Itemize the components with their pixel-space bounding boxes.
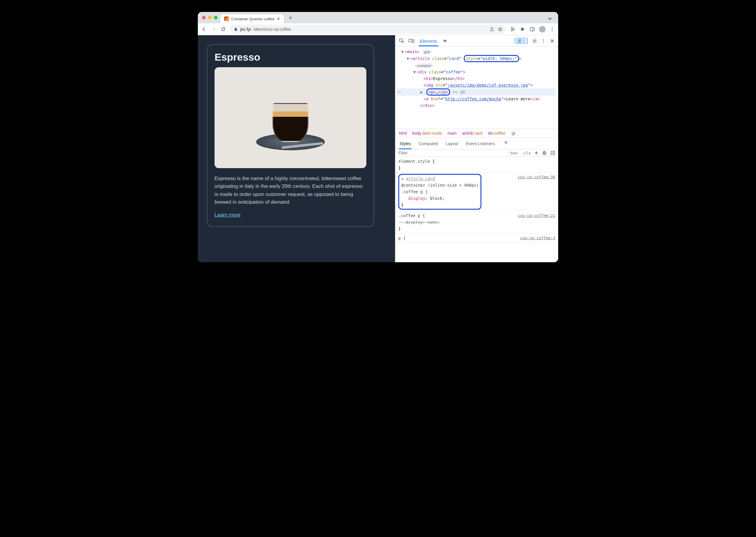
address-bar[interactable]: jec.fyi/demo/css-cq-coffee <box>230 25 506 34</box>
crumb[interactable]: body.dark-mode <box>412 131 442 136</box>
url-host: jec.fyi <box>240 27 251 32</box>
devtools-panel: Elements 1 ▼<main> grid ▼<article class=… <box>395 35 558 262</box>
crumb[interactable]: html <box>399 131 407 136</box>
tab-overflow-button[interactable] <box>545 16 555 23</box>
dom-selected-node[interactable]: ⋯▶ <p>…</p> == $0 <box>396 88 556 96</box>
rule-overridden[interactable]: css-cq-coffee:21 .coffee p { display: no… <box>395 211 558 233</box>
crumb[interactable]: main <box>448 131 457 136</box>
card-title: Espresso <box>214 51 366 63</box>
styles-tab[interactable]: Styles <box>399 140 412 149</box>
device-toggle-icon[interactable] <box>409 38 415 44</box>
crumb-current[interactable]: p <box>511 131 517 136</box>
rendered-page: Espresso Espresso is the name of a highl… <box>198 35 395 262</box>
tab-close-button[interactable]: ✕ <box>277 17 280 21</box>
print-icon[interactable] <box>542 150 547 155</box>
crumb[interactable]: div.coffee <box>488 131 505 136</box>
bookmark-icon[interactable] <box>498 27 503 32</box>
issues-count: 1 <box>523 39 525 43</box>
close-window-button[interactable] <box>202 16 205 20</box>
coffee-image <box>214 67 366 168</box>
container-badge[interactable]: container <box>415 63 433 68</box>
styles-filter-row: :hov .cls <box>395 149 558 157</box>
toolbar: jec.fyi/demo/css-cq-coffee <box>198 23 558 35</box>
scissors-icon[interactable] <box>511 26 516 32</box>
card-description: Espresso is the name of a highly concent… <box>214 175 366 206</box>
issues-chip[interactable]: 1 <box>515 38 528 44</box>
svg-point-14 <box>543 39 544 40</box>
svg-point-16 <box>543 42 544 43</box>
dom-breadcrumb[interactable]: html body.dark-mode main article.card di… <box>395 129 558 138</box>
svg-point-15 <box>543 40 544 41</box>
dom-tree[interactable]: ▼<main> grid ▼<article class="card" styl… <box>395 47 558 129</box>
svg-rect-19 <box>544 153 545 155</box>
source-link[interactable]: css-cq-coffee:3 <box>520 235 555 241</box>
svg-point-4 <box>552 27 553 28</box>
devtools-toolbar: Elements 1 <box>395 35 558 47</box>
new-tab-button[interactable]: + <box>287 15 294 23</box>
event-listeners-tab[interactable]: Event Listeners <box>466 140 496 149</box>
new-rule-icon[interactable] <box>534 151 538 155</box>
panel-icon[interactable] <box>529 26 535 32</box>
styles-filter-input[interactable] <box>398 150 505 155</box>
url-path: /demo/css-cq-coffee <box>253 27 291 32</box>
menu-button[interactable] <box>550 27 555 32</box>
more-styles-tabs-icon[interactable] <box>503 140 508 149</box>
close-devtools-button[interactable] <box>550 39 555 43</box>
more-tabs-icon[interactable] <box>443 39 447 43</box>
hov-toggle[interactable]: :hov <box>508 151 517 155</box>
profile-avatar[interactable] <box>539 26 546 32</box>
svg-rect-10 <box>518 39 521 42</box>
crumb[interactable]: article.card <box>462 131 482 136</box>
source-link[interactable]: css-cq-coffee:21 <box>518 212 555 219</box>
svg-rect-9 <box>412 40 414 43</box>
inspect-icon[interactable] <box>399 38 404 44</box>
rule-p[interactable]: css-cq-coffee:3 p { <box>395 233 558 243</box>
computed-sidebar-icon[interactable] <box>551 150 555 155</box>
svg-rect-8 <box>409 39 412 42</box>
svg-point-5 <box>552 29 553 29</box>
lock-icon <box>234 27 238 31</box>
rule-element-style[interactable]: element.style { } <box>395 157 558 173</box>
svg-rect-18 <box>544 151 545 152</box>
titlebar: Container Queries coffee ✕ + <box>198 12 558 23</box>
tab-title: Container Queries coffee <box>231 17 274 21</box>
source-link[interactable]: css-cq-coffee:30 <box>518 174 555 181</box>
browser-window: Container Queries coffee ✕ + jec.fyi/dem… <box>198 12 558 262</box>
settings-icon[interactable] <box>532 38 537 44</box>
extensions-icon[interactable] <box>520 26 525 32</box>
browser-tab[interactable]: Container Queries coffee ✕ <box>221 14 284 23</box>
svg-point-6 <box>552 30 553 31</box>
share-icon[interactable] <box>489 27 494 32</box>
layout-tab[interactable]: Layout <box>445 140 459 149</box>
learn-more-link[interactable]: Learn more <box>214 212 241 218</box>
window-controls <box>202 16 218 22</box>
minimize-window-button[interactable] <box>208 16 211 20</box>
styles-tabs: Styles Computed Layout Event Listeners <box>395 138 558 149</box>
svg-point-13 <box>534 40 535 42</box>
back-button[interactable] <box>201 26 207 32</box>
cls-toggle[interactable]: .cls <box>521 151 531 155</box>
styles-rules[interactable]: element.style { } css-cq-coffee:30 → art… <box>395 157 558 262</box>
elements-tab[interactable]: Elements <box>419 37 438 46</box>
favicon <box>224 17 229 21</box>
coffee-card: Espresso Espresso is the name of a highl… <box>207 44 374 227</box>
rule-container-query[interactable]: css-cq-coffee:30 → article.card @contain… <box>395 173 558 211</box>
content-area: Espresso Espresso is the name of a highl… <box>198 35 558 262</box>
grid-badge[interactable]: grid <box>422 50 432 54</box>
forward-button <box>211 26 216 32</box>
issues-icon <box>517 39 522 43</box>
computed-tab[interactable]: Computed <box>418 140 439 149</box>
kebab-icon[interactable] <box>542 39 546 43</box>
reload-button[interactable] <box>221 26 226 32</box>
maximize-window-button[interactable] <box>214 16 218 20</box>
svg-rect-2 <box>530 27 534 31</box>
